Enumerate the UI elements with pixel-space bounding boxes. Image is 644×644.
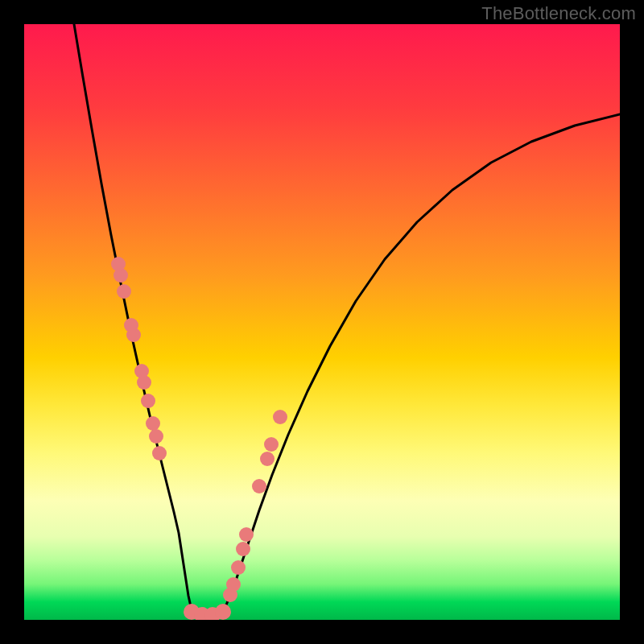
- plot-area: [24, 24, 620, 620]
- marker-left-markers: [149, 429, 163, 444]
- chart-svg: [24, 24, 620, 620]
- marker-right-markers: [273, 410, 287, 424]
- marker-right-markers: [236, 542, 250, 556]
- marker-right-markers: [264, 437, 279, 452]
- marker-group: [111, 257, 287, 620]
- series-left-branch: [74, 24, 192, 610]
- marker-bottom-markers: [215, 604, 231, 620]
- marker-right-markers: [239, 527, 254, 542]
- marker-right-markers: [260, 452, 275, 466]
- marker-left-markers: [152, 446, 167, 460]
- watermark-text: TheBottleneck.com: [481, 3, 636, 24]
- marker-left-markers: [111, 257, 126, 271]
- marker-right-markers: [231, 560, 246, 575]
- marker-right-markers: [226, 577, 241, 592]
- marker-left-markers: [117, 284, 131, 299]
- marker-left-markers: [124, 318, 138, 332]
- outer-frame: TheBottleneck.com: [0, 0, 644, 644]
- marker-left-markers: [146, 416, 160, 431]
- marker-right-markers: [252, 479, 266, 493]
- curve-series-group: [74, 24, 620, 617]
- marker-left-markers: [141, 394, 155, 408]
- series-right-branch: [224, 114, 620, 610]
- marker-left-markers: [134, 364, 149, 378]
